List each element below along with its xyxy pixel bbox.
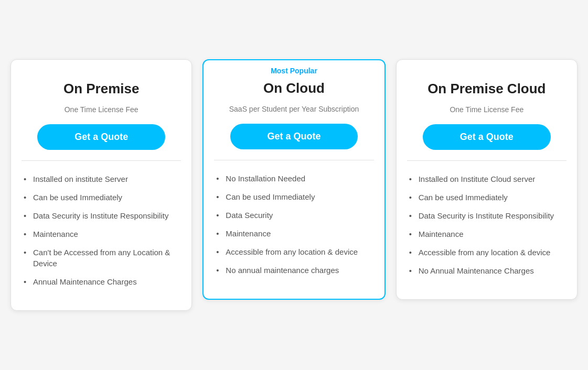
- get-quote-button[interactable]: Get a Quote: [423, 124, 550, 150]
- plan-subtitle: SaaS per Student per Year Subscription: [214, 105, 373, 113]
- card-header: On Premise Cloud One Time License Fee Ge…: [397, 60, 577, 150]
- most-popular-badge: Most Popular: [204, 60, 384, 75]
- plan-subtitle: One Time License Fee: [407, 105, 566, 114]
- feature-item: Data Security is Institute Responsibilit…: [409, 210, 564, 221]
- feature-item: No Annual Maintenance Charges: [409, 265, 564, 276]
- feature-item: Data Security is Institute Responsibilit…: [24, 210, 179, 221]
- feature-item: Maintenance: [216, 228, 371, 239]
- features-list: Installed on Institute Cloud server Can …: [397, 161, 577, 299]
- pricing-container: On Premise One Time License Fee Get a Qu…: [10, 59, 578, 311]
- feature-item: Can't be Accessed from any Location & De…: [24, 247, 179, 269]
- feature-item: No annual maintenance charges: [216, 265, 371, 276]
- card-header: On Cloud SaaS per Student per Year Subsc…: [204, 75, 384, 149]
- feature-item: Can be used Immediately: [216, 191, 371, 202]
- feature-item: Accessible from any location & device: [216, 246, 371, 257]
- plan-title: On Premise: [22, 81, 181, 97]
- feature-item: No Installation Needed: [216, 173, 371, 184]
- feature-item: Data Security: [216, 210, 371, 221]
- feature-item: Can be used Immediately: [409, 192, 564, 203]
- feature-item: Installed on Institute Cloud server: [409, 173, 564, 184]
- pricing-card-on-premise: On Premise One Time License Fee Get a Qu…: [10, 59, 192, 311]
- feature-item: Maintenance: [409, 228, 564, 240]
- feature-item: Annual Maintenance Charges: [24, 276, 179, 287]
- feature-item: Can be used Immediately: [24, 192, 179, 203]
- feature-item: Maintenance: [24, 228, 179, 240]
- feature-item: Accessible from any location & device: [409, 247, 564, 258]
- feature-item: Installed on institute Server: [24, 173, 179, 184]
- plan-title: On Premise Cloud: [407, 81, 566, 97]
- pricing-card-on-cloud: Most Popular On Cloud SaaS per Student p…: [202, 59, 385, 300]
- get-quote-button[interactable]: Get a Quote: [37, 124, 165, 150]
- features-list: No Installation Needed Can be used Immed…: [204, 160, 384, 299]
- plan-subtitle: One Time License Fee: [22, 105, 181, 114]
- plan-title: On Cloud: [214, 80, 373, 96]
- pricing-card-on-premise-cloud: On Premise Cloud One Time License Fee Ge…: [396, 59, 578, 300]
- get-quote-button[interactable]: Get a Quote: [230, 124, 358, 149]
- features-list: Installed on institute Server Can be use…: [11, 161, 191, 310]
- card-header: On Premise One Time License Fee Get a Qu…: [11, 60, 191, 150]
